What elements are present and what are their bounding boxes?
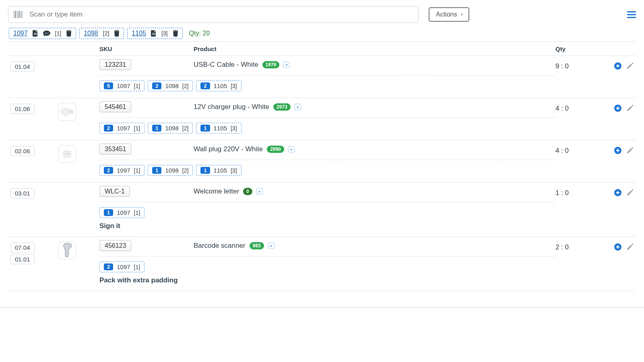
product-name: Welcome letter	[194, 187, 239, 195]
product-name: Wall plug 220V - White	[194, 145, 263, 153]
allocation-count: 2	[104, 263, 113, 270]
svg-rect-1	[15, 11, 16, 18]
note-icon[interactable]	[151, 30, 157, 37]
allocation-chip[interactable]: 5 1097 [1]	[99, 80, 144, 91]
add-icon[interactable]	[614, 147, 621, 154]
allocation-order: 1097	[117, 82, 130, 89]
expand-icon[interactable]: +	[288, 146, 295, 152]
allocation-count: 1	[152, 167, 161, 174]
order-tab[interactable]: 1097[1]	[9, 28, 76, 39]
svg-rect-12	[70, 110, 73, 113]
allocation-chip[interactable]: 2 1098 [2]	[148, 80, 193, 91]
qty-value: 2 : 0	[555, 242, 604, 251]
allocation-chip[interactable]: 1 1098 [2]	[148, 123, 193, 134]
allocation-order: 1098	[165, 82, 178, 89]
edit-icon[interactable]	[626, 62, 634, 70]
order-number[interactable]: 1105	[132, 30, 146, 37]
trash-icon[interactable]	[66, 30, 72, 37]
sku-chip[interactable]: 545461	[99, 101, 131, 112]
allocation-index: [3]	[231, 167, 237, 174]
allocation-chip[interactable]: 1 1098 [2]	[148, 165, 193, 176]
allocation-count: 1	[200, 125, 210, 132]
order-number[interactable]: 1098	[84, 30, 98, 37]
svg-rect-0	[14, 11, 14, 18]
allocation-chip[interactable]: 2 1105 [3]	[196, 80, 241, 91]
svg-rect-2	[17, 11, 18, 18]
stock-badge: 2990	[267, 146, 284, 153]
scan-input[interactable]	[8, 6, 419, 23]
edit-icon[interactable]	[626, 105, 634, 112]
allocation-count: 2	[200, 82, 210, 89]
expand-icon[interactable]: +	[295, 104, 301, 110]
qty-value: 1 : 0	[555, 187, 604, 197]
allocation-chip[interactable]: 1 1105 [3]	[196, 165, 241, 176]
allocation-chip[interactable]: 2 1097 [1]	[99, 165, 144, 176]
allocation-count: 1	[104, 209, 113, 216]
item-note: Pack with extra padding	[99, 276, 555, 284]
allocation-count: 1	[152, 125, 161, 132]
bin-chip[interactable]: 02.06	[10, 146, 35, 156]
bin-chip[interactable]: 01.06	[10, 104, 35, 114]
allocation-count: 1	[200, 167, 210, 174]
product-thumbnail[interactable]	[58, 242, 76, 259]
bin-chip[interactable]: 01.01	[10, 254, 35, 264]
stock-badge: 1979	[262, 61, 280, 68]
bin-chip[interactable]: 01.04	[10, 62, 35, 72]
bin-chip[interactable]: 07.04	[10, 243, 35, 253]
order-number[interactable]: 1097	[13, 30, 28, 37]
table-row: 02.06 353451 Wall plug 220V - White 2990…	[8, 140, 636, 183]
allocation-order: 1105	[214, 82, 227, 89]
add-icon[interactable]	[614, 243, 621, 251]
menu-icon[interactable]	[627, 10, 636, 20]
edit-icon[interactable]	[626, 147, 634, 154]
allocation-index: [2]	[182, 167, 189, 174]
allocation-order: 1097	[117, 209, 130, 216]
column-header-sku: SKU	[99, 45, 194, 52]
trash-icon[interactable]	[114, 30, 120, 37]
add-icon[interactable]	[614, 189, 621, 196]
order-tab[interactable]: 1098[2]	[79, 28, 124, 39]
column-header-product: Product	[194, 45, 555, 52]
allocation-chip[interactable]: 2 1097 [1]	[99, 261, 144, 272]
allocation-order: 1097	[117, 263, 130, 270]
svg-point-7	[45, 33, 45, 33]
chat-icon[interactable]	[43, 31, 50, 37]
allocation-index: [2]	[182, 125, 189, 132]
svg-rect-6	[22, 11, 23, 18]
table-row: 07.0401.01 456123 Barcode scanner 983 + …	[8, 237, 636, 291]
product-thumbnail[interactable]	[58, 145, 76, 163]
expand-icon[interactable]: +	[268, 243, 275, 249]
allocation-chip[interactable]: 1 1105 [3]	[196, 123, 241, 134]
trash-icon[interactable]	[173, 30, 178, 37]
caret-down-icon: ▾	[461, 12, 463, 16]
qty-value: 4 : 0	[555, 145, 604, 155]
allocation-order: 1105	[214, 125, 227, 132]
order-index: [1]	[55, 30, 62, 37]
order-tab[interactable]: 1105[3]	[127, 28, 182, 39]
edit-icon[interactable]	[626, 189, 634, 196]
note-icon[interactable]	[33, 30, 38, 37]
qty-label: Qty:	[189, 30, 201, 37]
sku-chip[interactable]: WLC-1	[99, 186, 130, 197]
svg-rect-3	[18, 11, 19, 18]
expand-icon[interactable]: +	[256, 188, 263, 195]
sku-chip[interactable]: 456123	[99, 240, 131, 251]
allocation-chip[interactable]: 2 1097 [1]	[99, 123, 144, 134]
allocation-chip[interactable]: 1 1097 [1]	[99, 207, 144, 218]
sku-chip[interactable]: 123231	[99, 59, 131, 70]
stock-badge: 0	[243, 188, 252, 195]
product-name: Barcode scanner	[194, 242, 246, 250]
allocation-index: [3]	[231, 125, 237, 132]
column-header-qty: Qty	[555, 45, 604, 52]
actions-button[interactable]: Actions ▾	[429, 7, 469, 22]
edit-icon[interactable]	[626, 243, 634, 251]
svg-rect-14	[64, 151, 71, 157]
bin-chip[interactable]: 03.01	[10, 188, 35, 198]
add-icon[interactable]	[614, 105, 621, 112]
add-icon[interactable]	[614, 62, 621, 70]
sku-chip[interactable]: 353451	[99, 144, 131, 154]
expand-icon[interactable]: +	[283, 62, 290, 68]
allocation-count: 2	[104, 167, 113, 174]
barcode-icon	[14, 11, 23, 18]
product-thumbnail[interactable]	[58, 103, 76, 121]
